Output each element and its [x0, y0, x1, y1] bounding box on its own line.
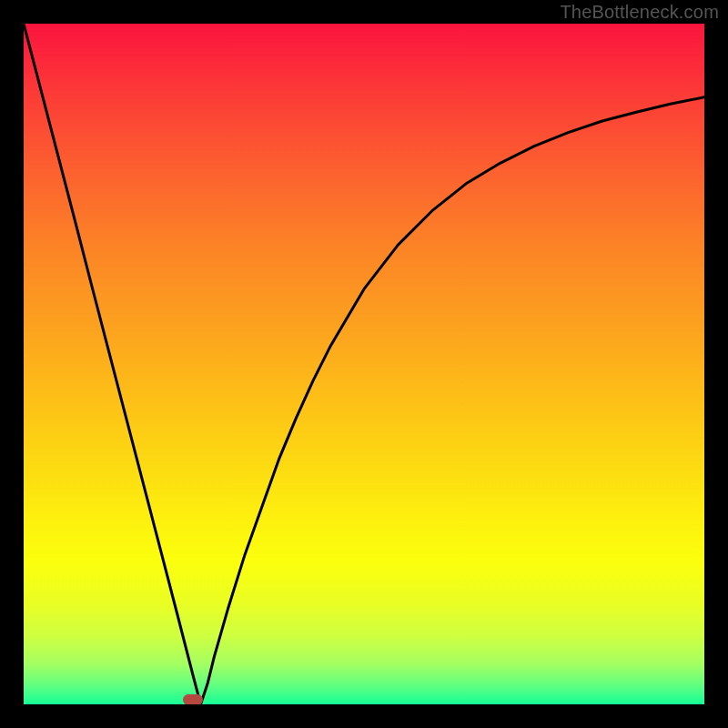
min-point-mark [183, 694, 203, 704]
bottleneck-curve [24, 24, 704, 704]
plot-area [24, 24, 704, 704]
watermark-text: TheBottleneck.com [560, 2, 719, 23]
chart-frame: TheBottleneck.com [0, 0, 728, 728]
